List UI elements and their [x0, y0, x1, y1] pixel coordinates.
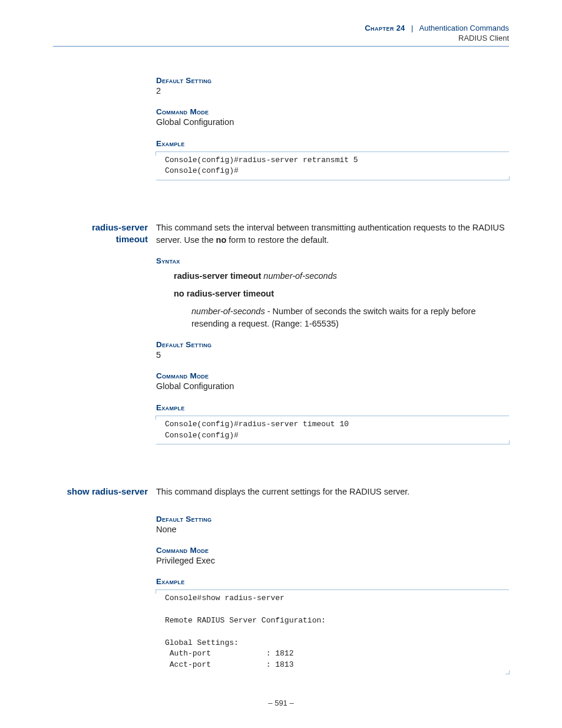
param-name: number-of-seconds [191, 307, 265, 316]
command-mode-label: Command Mode [156, 546, 509, 555]
prev-command-block: Default Setting 2 Command Mode Global Co… [53, 76, 509, 180]
syntax-line-2: no radius-server timeout [174, 288, 509, 299]
command-mode-label: Command Mode [156, 107, 509, 116]
default-setting-label: Default Setting [156, 76, 509, 85]
header-subtitle: RADIUS Client [53, 34, 509, 42]
default-setting-label: Default Setting [156, 340, 509, 349]
default-setting-value: None [156, 523, 509, 535]
timeout-command-block: radius-server timeout This command sets … [53, 222, 509, 444]
desc-suffix: form to restore the default. [226, 235, 329, 245]
chapter-number: 24 [396, 24, 405, 32]
syntax-line-1: radius-server timeout number-of-seconds [174, 270, 509, 282]
syntax-cmd: radius-server timeout [174, 271, 261, 281]
header-chapter-line: Chapter 24 | Authentication Commands [53, 24, 509, 32]
example-label: Example [156, 577, 509, 586]
command-mode-label: Command Mode [156, 371, 509, 380]
page-number: – 591 – [0, 699, 562, 707]
default-setting-value: 2 [156, 85, 509, 97]
command-name-line2: timeout [53, 233, 148, 245]
command-name-line1: radius-server [53, 222, 148, 233]
command-description: This command sets the interval between t… [156, 222, 509, 246]
command-description: This command displays the current settin… [156, 486, 509, 498]
header-rule [53, 46, 509, 47]
default-setting-value: 5 [156, 349, 509, 361]
example-code: Console(config)#radius-server retransmit… [156, 151, 509, 181]
default-setting-label: Default Setting [156, 515, 509, 523]
example-label: Example [156, 139, 509, 148]
page-header: Chapter 24 | Authentication Commands RAD… [53, 24, 509, 42]
syntax-arg: number-of-seconds [263, 271, 337, 281]
chapter-title: Authentication Commands [419, 24, 509, 32]
example-code: Console(config)#radius-server timeout 10… [156, 416, 509, 445]
example-label: Example [156, 403, 509, 412]
document-page: Chapter 24 | Authentication Commands RAD… [0, 0, 562, 728]
desc-bold: no [216, 235, 227, 245]
syntax-label: Syntax [156, 256, 509, 265]
desc-prefix: This command sets the interval between t… [156, 223, 505, 244]
param-description: number-of-seconds - Number of seconds th… [191, 305, 509, 330]
chapter-label: Chapter [365, 24, 394, 32]
example-code: Console#show radius-server Remote RADIUS… [156, 589, 509, 674]
command-name: show radius-server [53, 486, 148, 498]
command-mode-value: Global Configuration [156, 380, 509, 392]
header-divider: | [407, 24, 418, 32]
show-command-block: show radius-server This command displays… [53, 486, 509, 674]
command-mode-value: Privileged Exec [156, 555, 509, 566]
command-mode-value: Global Configuration [156, 116, 509, 128]
